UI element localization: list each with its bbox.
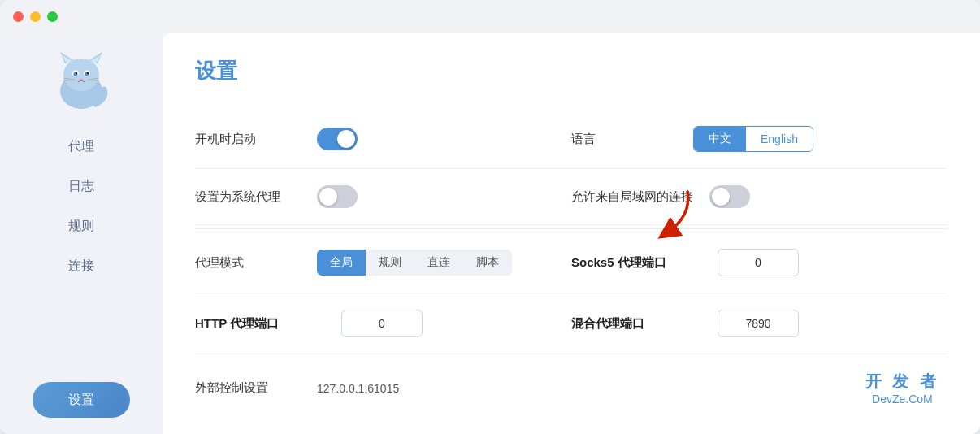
close-button[interactable] bbox=[13, 11, 24, 22]
external-ctrl-label: 外部控制设置 bbox=[195, 380, 301, 396]
proxy-mode-group: 全局 规则 直连 脚本 bbox=[317, 250, 512, 276]
minimize-button[interactable] bbox=[30, 11, 41, 22]
maximize-button[interactable] bbox=[47, 11, 58, 22]
sidebar-item-proxy[interactable]: 代理 bbox=[0, 127, 163, 167]
settings-row-1: 开机时启动 语言 中文 English bbox=[195, 110, 947, 169]
external-ctrl-value: 127.0.0.1:61015 bbox=[317, 382, 399, 395]
system-proxy-col: 设置为系统代理 bbox=[195, 185, 571, 208]
sidebar: 代理 日志 规则 连接 设置 bbox=[0, 33, 163, 434]
svg-point-10 bbox=[76, 72, 77, 74]
http-label: HTTP 代理端口 bbox=[195, 316, 325, 332]
external-ctrl-col: 外部控制设置 127.0.0.1:61015 bbox=[195, 380, 567, 396]
language-label: 语言 bbox=[571, 132, 677, 147]
proxy-mode-rules[interactable]: 规则 bbox=[366, 250, 414, 276]
watermark-line2: DevZe.CoM bbox=[865, 393, 939, 406]
local-network-toggle[interactable] bbox=[709, 185, 750, 208]
startup-toggle[interactable] bbox=[317, 128, 358, 150]
sidebar-item-rules[interactable]: 规则 bbox=[0, 206, 163, 246]
sidebar-nav: 代理 日志 规则 连接 bbox=[0, 127, 163, 369]
content-area: 设置 开机时启动 语言 中文 Engl bbox=[163, 33, 980, 434]
proxy-mode-direct[interactable]: 直连 bbox=[414, 250, 463, 276]
lang-en-button[interactable]: English bbox=[746, 127, 813, 151]
system-proxy-label: 设置为系统代理 bbox=[195, 189, 301, 205]
section-divider bbox=[195, 228, 947, 229]
http-port-col: HTTP 代理端口 bbox=[195, 310, 571, 337]
local-network-col: 允许来自局域网的连接 bbox=[571, 185, 947, 208]
titlebar bbox=[0, 0, 980, 33]
startup-toggle-thumb bbox=[337, 130, 355, 148]
proxy-mode-col: 代理模式 全局 规则 直连 脚本 bbox=[195, 250, 571, 276]
mixed-label: 混合代理端口 bbox=[571, 316, 701, 332]
proxy-mode-label: 代理模式 bbox=[195, 255, 301, 271]
startup-label: 开机时启动 bbox=[195, 132, 301, 147]
svg-point-1 bbox=[63, 59, 99, 91]
watermark-line1: 开 发 者 bbox=[865, 371, 939, 393]
local-network-label: 允许来自局域网的连接 bbox=[571, 189, 693, 205]
language-toggle: 中文 English bbox=[693, 126, 813, 152]
settings-row-3: 代理模式 全局 规则 直连 脚本 Socks5 代理端口 bbox=[195, 232, 947, 293]
watermark: 开 发 者 DevZe.CoM bbox=[865, 371, 939, 406]
sidebar-item-log[interactable]: 日志 bbox=[0, 167, 163, 206]
startup-col: 开机时启动 bbox=[195, 128, 571, 150]
system-proxy-toggle[interactable] bbox=[317, 185, 358, 208]
mixed-port-col: 混合代理端口 bbox=[571, 310, 947, 337]
socks5-port-input[interactable] bbox=[718, 249, 799, 276]
local-network-thumb bbox=[712, 188, 730, 206]
socks5-col: Socks5 代理端口 bbox=[571, 249, 947, 276]
svg-point-9 bbox=[85, 72, 89, 76]
app-logo bbox=[49, 49, 114, 114]
http-port-input[interactable] bbox=[341, 310, 423, 337]
settings-row-4: HTTP 代理端口 混合代理端口 bbox=[195, 293, 947, 354]
settings-row-2: 设置为系统代理 允许来自局域网的连接 bbox=[195, 169, 947, 225]
socks5-label: Socks5 代理端口 bbox=[571, 255, 701, 271]
settings-nav-button[interactable]: 设置 bbox=[33, 382, 130, 418]
proxy-mode-script[interactable]: 脚本 bbox=[463, 250, 512, 276]
language-col: 语言 中文 English bbox=[571, 126, 947, 152]
page-title: 设置 bbox=[195, 57, 947, 85]
svg-point-11 bbox=[87, 72, 89, 74]
mixed-port-input[interactable] bbox=[718, 310, 799, 337]
settings-row-5: 外部控制设置 127.0.0.1:61015 开 发 者 DevZe.CoM bbox=[195, 354, 947, 422]
watermark-col: 开 发 者 DevZe.CoM bbox=[567, 371, 947, 406]
settings-grid: 开机时启动 语言 中文 English bbox=[195, 110, 947, 422]
system-proxy-thumb bbox=[319, 188, 337, 206]
sidebar-item-connections[interactable]: 连接 bbox=[0, 246, 163, 286]
svg-point-8 bbox=[74, 72, 78, 76]
proxy-mode-global[interactable]: 全局 bbox=[317, 250, 366, 276]
lang-zh-button[interactable]: 中文 bbox=[694, 127, 746, 151]
main-content: 代理 日志 规则 连接 设置 设置 开机时启动 bbox=[0, 33, 980, 434]
